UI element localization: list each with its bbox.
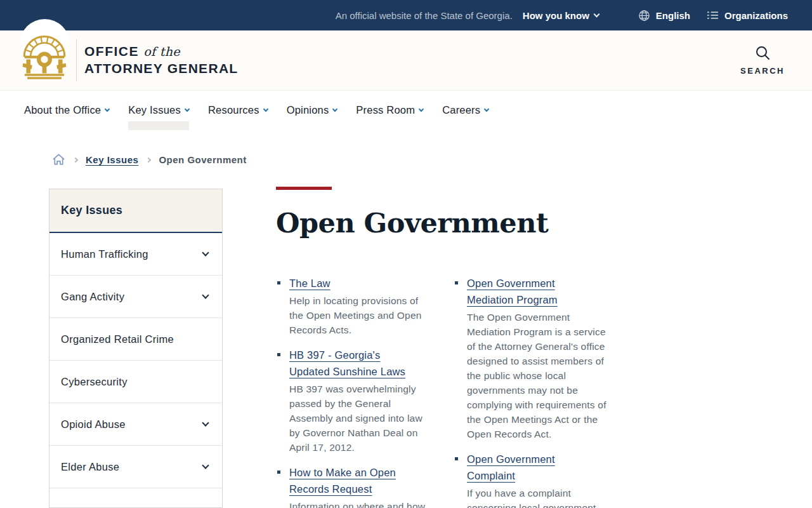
list-item: How to Make an Open Records Request Info… xyxy=(276,464,435,508)
chevron-down-icon xyxy=(593,11,599,17)
nav-label: Opinions xyxy=(287,104,329,116)
list-item: Open Government Mediation Program The Op… xyxy=(454,275,611,441)
sidebar-item-partial[interactable] xyxy=(49,488,222,507)
nav-item-opinions[interactable]: Opinions xyxy=(287,104,337,131)
seal-icon xyxy=(18,28,71,84)
sidebar-item-label: Elder Abuse xyxy=(61,461,119,473)
agency-attorney-general-text: ATTORNEY GENERAL xyxy=(84,61,239,76)
active-nav-marker xyxy=(128,121,189,130)
link-description: Information on where and how xyxy=(289,499,430,508)
chevron-down-icon xyxy=(202,291,209,298)
left-column: The Law Help in locating provisions of t… xyxy=(276,275,435,508)
link-description: The Open Government Mediation Program is… xyxy=(467,310,611,441)
sidebar-item-label: Cybersecurity xyxy=(61,376,128,388)
sidebar-item-organized-retail-crime[interactable]: Organized Retail Crime xyxy=(49,318,222,361)
nav-item-key-issues[interactable]: Key Issues xyxy=(128,104,189,131)
chevron-down-icon xyxy=(202,249,209,256)
search-button[interactable]: SEARCH xyxy=(736,44,789,76)
chevron-down-icon xyxy=(202,462,209,469)
nav-label: Press Room xyxy=(356,104,415,116)
sidebar-item-opioid-abuse[interactable]: Opioid Abuse xyxy=(49,403,222,446)
chevron-down-icon xyxy=(484,106,489,111)
chevron-down-icon xyxy=(202,419,209,426)
search-label: SEARCH xyxy=(736,66,789,76)
how-you-know-button[interactable]: How you know xyxy=(523,10,599,21)
bullet-icon xyxy=(455,457,458,460)
link-open-records-request[interactable]: How to Make an Open Records Request xyxy=(289,464,421,497)
agency-ofthe-text: of the xyxy=(143,44,180,58)
language-label: English xyxy=(656,10,690,21)
sidebar-item-label: Human Trafficking xyxy=(61,248,148,260)
nav-label: About the Office xyxy=(24,104,101,116)
primary-nav: About the Office Key Issues Resources Op… xyxy=(0,91,812,137)
breadcrumb-separator-icon xyxy=(146,157,151,162)
chevron-down-icon xyxy=(419,106,424,111)
list-item: HB 397 - Georgia's Updated Sunshine Laws… xyxy=(276,347,435,455)
bullet-icon xyxy=(455,281,458,284)
sidebar-item-human-trafficking[interactable]: Human Trafficking xyxy=(49,233,222,276)
title-accent-bar xyxy=(276,187,332,190)
link-description: If you have a complaint concerning local… xyxy=(467,486,611,508)
link-description: HB 397 was overwhelmingly passed by the … xyxy=(289,382,430,455)
chevron-down-icon xyxy=(263,106,268,111)
chevron-down-icon xyxy=(332,106,337,111)
list-item: The Law Help in locating provisions of t… xyxy=(276,275,435,337)
agency-office-text: OFFICE xyxy=(84,44,143,58)
breadcrumb: Key Issues Open Government xyxy=(52,152,247,167)
home-icon[interactable] xyxy=(52,153,65,168)
right-column: Open Government Mediation Program The Op… xyxy=(454,275,611,508)
breadcrumb-current-page: Open Government xyxy=(159,154,246,165)
brand-divider xyxy=(76,39,77,81)
link-the-law[interactable]: The Law xyxy=(289,275,331,291)
nav-item-press-room[interactable]: Press Room xyxy=(356,104,423,131)
chevron-down-icon xyxy=(185,106,190,111)
key-issues-sidebar: Key Issues Human Trafficking Gang Activi… xyxy=(49,189,223,508)
breadcrumb-separator-icon xyxy=(73,157,78,162)
org-list-icon xyxy=(707,10,719,20)
breadcrumb-key-issues-link[interactable]: Key Issues xyxy=(86,154,138,165)
page-title: Open Government xyxy=(276,207,619,239)
globe-icon xyxy=(638,10,650,22)
sidebar-item-label: Gang Activity xyxy=(61,291,124,303)
link-open-government-complaint[interactable]: Open Government Complaint xyxy=(467,451,582,484)
sidebar-item-gang-activity[interactable]: Gang Activity xyxy=(49,276,222,318)
bullet-icon xyxy=(277,353,280,356)
sidebar-item-label: Opioid Abuse xyxy=(61,418,126,431)
link-mediation-program[interactable]: Open Government Mediation Program xyxy=(467,275,582,308)
sidebar-title: Key Issues xyxy=(49,189,222,233)
agency-name[interactable]: OFFICE of the ATTORNEY GENERAL xyxy=(84,44,239,76)
nav-item-careers[interactable]: Careers xyxy=(442,104,488,131)
official-text: An official website of the State of Geor… xyxy=(336,10,513,21)
link-columns: The Law Help in locating provisions of t… xyxy=(276,275,611,508)
site-header: OFFICE of the ATTORNEY GENERAL SEARCH xyxy=(0,30,812,91)
link-hb-397[interactable]: HB 397 - Georgia's Updated Sunshine Laws xyxy=(289,347,421,380)
how-you-know-label: How you know xyxy=(523,10,589,21)
organizations-button[interactable]: Organizations xyxy=(707,10,788,21)
nav-item-resources[interactable]: Resources xyxy=(208,104,268,131)
list-item: Open Government Complaint If you have a … xyxy=(454,451,611,508)
link-description: Help in locating provisions of the Open … xyxy=(289,293,430,337)
chevron-down-icon xyxy=(105,106,110,111)
sidebar-item-label: Organized Retail Crime xyxy=(61,333,174,345)
organizations-label: Organizations xyxy=(724,10,788,21)
nav-item-about-the-office[interactable]: About the Office xyxy=(24,104,109,131)
bullet-icon xyxy=(277,281,280,284)
sidebar-item-elder-abuse[interactable]: Elder Abuse xyxy=(49,446,222,488)
official-banner: An official website of the State of Geor… xyxy=(0,0,812,30)
nav-label: Key Issues xyxy=(128,104,181,116)
bullet-icon xyxy=(277,471,280,474)
language-button[interactable]: English xyxy=(638,10,690,22)
nav-label: Careers xyxy=(442,104,480,116)
sidebar-item-cybersecurity[interactable]: Cybersecurity xyxy=(49,361,222,403)
search-icon xyxy=(754,52,771,63)
nav-label: Resources xyxy=(208,104,259,116)
